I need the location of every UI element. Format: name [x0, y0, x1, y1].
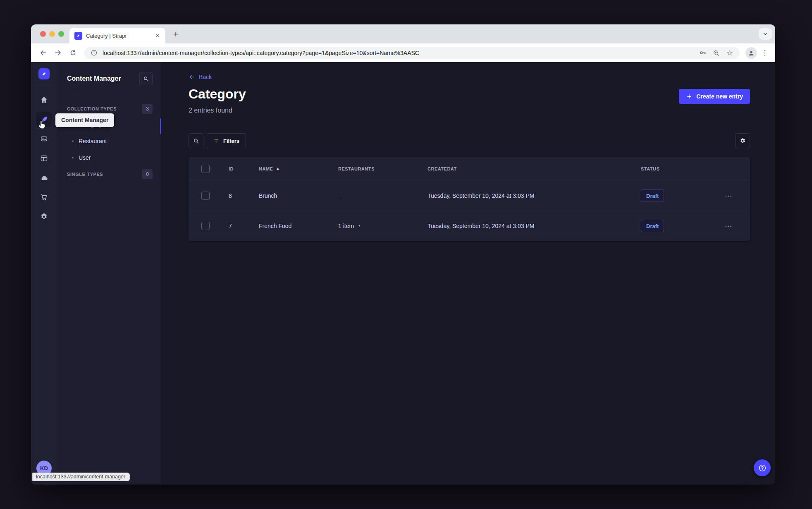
browser-profile-button[interactable]: [745, 47, 757, 59]
status-badge: Draft: [641, 190, 664, 202]
back-arrow-icon: [189, 74, 195, 80]
url-bar[interactable]: localhost:1337/admin/content-manager/col…: [84, 47, 740, 59]
window-minimize-button[interactable]: [49, 31, 55, 37]
password-key-icon[interactable]: [697, 48, 707, 58]
strapi-logo-icon: [41, 71, 47, 77]
window-close-button[interactable]: [40, 31, 46, 37]
strapi-app: KD Content Manager COLLECTION TYPES 3: [31, 62, 775, 485]
tab-close-icon[interactable]: ×: [154, 32, 161, 39]
sort-asc-icon: ▲: [276, 167, 279, 170]
create-new-entry-button[interactable]: Create new entry: [679, 89, 750, 104]
site-info-icon[interactable]: [89, 48, 99, 58]
status-bar: localhost:1337/admin/content-manager: [32, 473, 130, 481]
browser-tab[interactable]: Category | Strapi ×: [69, 28, 165, 43]
filter-icon: [213, 138, 220, 144]
browser-window: Category | Strapi × + localhost:1337/adm…: [31, 24, 775, 485]
back-link[interactable]: Back: [189, 74, 212, 80]
arrow-left-icon: [39, 49, 47, 57]
layout-icon: [40, 154, 48, 163]
table-header-row: ID NAME ▲ RESTAURANTS CREATEDAT STATUS: [189, 157, 750, 180]
column-header-name[interactable]: NAME ▲: [259, 166, 338, 171]
tab-title: Category | Strapi: [86, 33, 150, 39]
row-actions-button[interactable]: ⋯: [725, 222, 732, 230]
page-title: Category: [189, 86, 246, 102]
subnav-item-restaurant[interactable]: Restaurant: [57, 133, 161, 149]
traffic-lights: [40, 31, 64, 37]
single-types-count-badge: 0: [142, 169, 153, 179]
arrow-right-icon: [54, 49, 62, 57]
reload-button[interactable]: [66, 46, 80, 60]
cell-id: 8: [229, 192, 259, 199]
plus-icon: [686, 93, 693, 100]
cloud-nav-button[interactable]: [36, 170, 52, 185]
row-checkbox[interactable]: [201, 222, 210, 230]
cell-restaurants: -: [338, 192, 427, 199]
column-header-id: ID: [229, 166, 259, 171]
desktop: { "browser": { "tab": { "title": "Catego…: [0, 0, 812, 509]
cell-id: 7: [229, 223, 259, 229]
strapi-logo[interactable]: [38, 68, 50, 79]
forward-button[interactable]: [51, 46, 65, 60]
filters-button[interactable]: Filters: [207, 133, 246, 148]
media-library-nav-button[interactable]: [36, 131, 52, 146]
column-header-restaurants: RESTAURANTS: [338, 166, 427, 171]
content-manager-subnav: Content Manager COLLECTION TYPES 3 Categ…: [57, 62, 161, 485]
browser-tab-strip: Category | Strapi × +: [31, 24, 775, 43]
back-button[interactable]: [36, 46, 50, 60]
chevron-down-icon: [762, 31, 768, 37]
marketplace-nav-button[interactable]: [36, 190, 52, 205]
main-content: Back Category Create new entry 2 entries…: [161, 62, 775, 485]
shopping-cart-icon: [40, 193, 48, 202]
table-settings-button[interactable]: [735, 133, 750, 148]
cell-createdat: Tuesday, September 10, 2024 at 3:03 PM: [427, 223, 641, 229]
content-type-builder-nav-button[interactable]: [36, 151, 52, 166]
subnav-item-label: Restaurant: [79, 138, 107, 144]
cell-name: French Food: [259, 223, 338, 229]
column-header-status: STATUS: [641, 166, 725, 171]
pen-icon: [40, 115, 49, 124]
bullet-icon: [72, 157, 74, 158]
person-icon: [748, 49, 755, 57]
subnav-item-user[interactable]: User: [57, 149, 161, 166]
help-button[interactable]: [754, 459, 771, 476]
subnav-item-label: User: [79, 154, 91, 161]
table-search-button[interactable]: [189, 133, 203, 148]
column-header-createdat: CREATEDAT: [427, 166, 641, 171]
browser-toolbar: localhost:1337/admin/content-manager/col…: [31, 43, 775, 62]
cell-restaurants-dropdown[interactable]: 1 item ▼: [338, 223, 427, 229]
tab-search-button[interactable]: [759, 28, 772, 40]
bullet-icon: [72, 140, 74, 142]
row-actions-button[interactable]: ⋯: [725, 192, 732, 200]
search-icon: [193, 137, 200, 144]
subnav-search-button[interactable]: [139, 72, 153, 85]
browser-menu-button[interactable]: ⋮: [759, 48, 770, 58]
subnav-divider: [67, 93, 77, 93]
window-zoom-button[interactable]: [58, 31, 64, 37]
strapi-favicon-icon: [74, 32, 82, 40]
zoom-icon[interactable]: [711, 48, 721, 58]
search-icon: [143, 75, 149, 82]
settings-nav-button[interactable]: [36, 209, 52, 224]
cloud-icon: [40, 173, 49, 182]
table-row[interactable]: 7 French Food 1 item ▼ Tuesday, Septembe…: [189, 211, 750, 241]
rail-divider: [36, 86, 52, 86]
cell-name: Brunch: [259, 192, 338, 199]
active-item-indicator: [160, 118, 161, 134]
new-tab-button[interactable]: +: [170, 29, 181, 40]
caret-down-icon: ▼: [358, 224, 361, 228]
row-checkbox[interactable]: [201, 192, 210, 200]
section-label-single-types: SINGLE TYPES: [67, 172, 103, 177]
entries-table: ID NAME ▲ RESTAURANTS CREATEDAT STATUS 8…: [189, 157, 750, 241]
bookmark-star-icon[interactable]: ☆: [725, 48, 735, 58]
gear-icon: [40, 212, 48, 221]
cell-createdat: Tuesday, September 10, 2024 at 3:03 PM: [427, 192, 641, 199]
gear-icon: [739, 137, 746, 144]
home-nav-button[interactable]: [36, 92, 52, 108]
table-row[interactable]: 8 Brunch - Tuesday, September 10, 2024 a…: [189, 180, 750, 211]
status-badge: Draft: [641, 220, 664, 232]
content-manager-tooltip: Content Manager: [55, 113, 114, 127]
content-manager-nav-button[interactable]: [36, 112, 52, 127]
select-all-checkbox[interactable]: [201, 165, 210, 173]
main-nav-rail: KD: [31, 62, 57, 485]
reload-icon: [69, 49, 77, 57]
